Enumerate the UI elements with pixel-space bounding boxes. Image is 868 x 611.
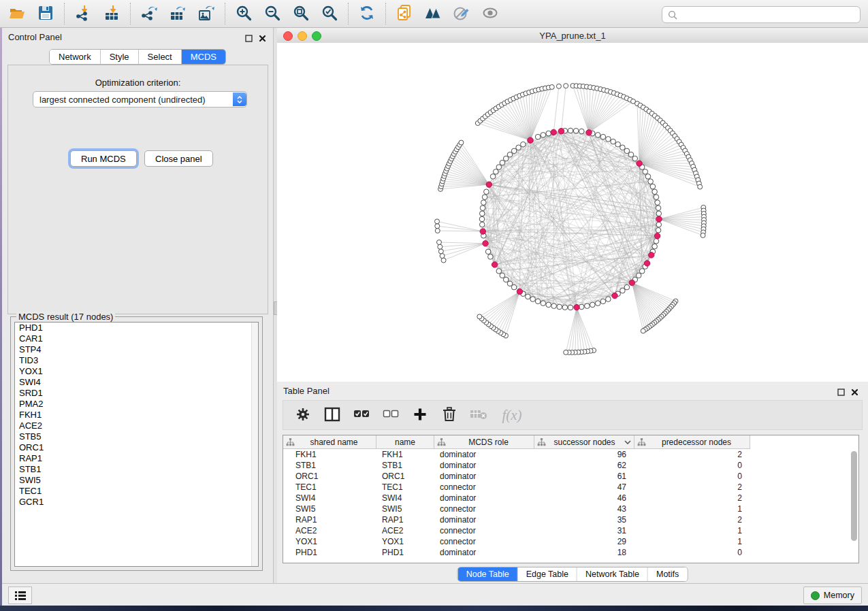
- mcds-network-node[interactable]: [480, 229, 485, 234]
- network-node[interactable]: [585, 303, 590, 309]
- show-hide-details-button[interactable]: [476, 2, 504, 25]
- table-row[interactable]: YOX1YOX1connector291: [283, 536, 858, 547]
- mcds-network-node[interactable]: [629, 280, 634, 285]
- mcds-network-node[interactable]: [586, 130, 592, 135]
- show-columns-button[interactable]: [321, 403, 344, 427]
- network-node[interactable]: [481, 200, 487, 205]
- network-node[interactable]: [535, 299, 541, 304]
- table-row[interactable]: STB1STB1dominator620: [283, 460, 858, 471]
- export-to-web-button[interactable]: [390, 2, 419, 25]
- network-node[interactable]: [600, 134, 606, 139]
- network-node[interactable]: [606, 137, 611, 142]
- network-node[interactable]: [615, 142, 621, 147]
- run-mcds-button[interactable]: Run MCDS: [70, 150, 137, 167]
- mcds-network-node[interactable]: [551, 129, 556, 135]
- mcds-network-node[interactable]: [656, 216, 662, 222]
- network-node[interactable]: [606, 297, 611, 302]
- network-canvas[interactable]: [277, 43, 868, 382]
- float-panel-icon[interactable]: [837, 386, 845, 399]
- column-header-successor-nodes[interactable]: successor nodes: [534, 435, 634, 449]
- network-node[interactable]: [546, 131, 551, 136]
- mcds-result-item[interactable]: SRD1: [15, 388, 258, 399]
- mcds-result-item[interactable]: STP4: [15, 344, 258, 355]
- network-node[interactable]: [488, 254, 494, 260]
- network-node[interactable]: [656, 222, 662, 227]
- column-header-predecessor-nodes[interactable]: predecessor nodes: [634, 435, 750, 449]
- network-node[interactable]: [503, 277, 509, 282]
- network-node[interactable]: [479, 216, 485, 222]
- mcds-result-item[interactable]: TID3: [15, 355, 258, 366]
- mcds-result-item[interactable]: ACE2: [15, 420, 258, 431]
- network-node[interactable]: [656, 211, 662, 216]
- network-node[interactable]: [573, 128, 579, 133]
- toggle-graphics-details-button[interactable]: [447, 2, 476, 25]
- network-node[interactable]: [579, 129, 584, 134]
- column-header-shared-name[interactable]: shared name: [283, 435, 376, 449]
- network-node[interactable]: [482, 195, 487, 200]
- zoom-out-button[interactable]: [258, 2, 287, 25]
- network-node[interactable]: [551, 303, 557, 309]
- network-node[interactable]: [535, 134, 541, 139]
- network-node[interactable]: [648, 179, 654, 184]
- network-leaf-node[interactable]: [564, 350, 568, 354]
- mcds-network-node[interactable]: [492, 262, 497, 267]
- network-leaf-node[interactable]: [438, 244, 443, 249]
- mcds-network-node[interactable]: [654, 233, 660, 239]
- deselect-all-rows-button[interactable]: [379, 403, 402, 427]
- network-node[interactable]: [503, 156, 509, 161]
- export-table-button[interactable]: [163, 2, 192, 25]
- tab-edge-table[interactable]: Edge Table: [518, 567, 577, 581]
- network-node[interactable]: [654, 239, 659, 244]
- tab-network[interactable]: Network: [50, 50, 101, 64]
- network-leaf-node[interactable]: [564, 84, 568, 88]
- network-node[interactable]: [632, 156, 638, 161]
- float-panel-icon[interactable]: [245, 33, 253, 45]
- mcds-network-node[interactable]: [637, 161, 642, 166]
- network-node[interactable]: [485, 249, 491, 254]
- mcds-result-item[interactable]: YOX1: [15, 366, 258, 377]
- network-node[interactable]: [595, 133, 600, 138]
- network-node[interactable]: [624, 148, 630, 154]
- network-node[interactable]: [620, 145, 626, 150]
- network-node[interactable]: [628, 152, 634, 157]
- table-row[interactable]: SWI5SWI5connector431: [283, 503, 858, 514]
- network-leaf-node[interactable]: [459, 140, 464, 145]
- network-node[interactable]: [493, 169, 498, 175]
- network-node[interactable]: [656, 227, 661, 233]
- network-node[interactable]: [530, 297, 536, 302]
- table-mode-gear-button[interactable]: [291, 403, 315, 427]
- network-leaf-node[interactable]: [556, 84, 561, 88]
- network-node[interactable]: [526, 294, 531, 299]
- network-node[interactable]: [636, 273, 641, 278]
- network-node[interactable]: [521, 142, 526, 147]
- column-header-MCDS-role[interactable]: MCDS role: [434, 435, 534, 449]
- network-node[interactable]: [600, 299, 606, 304]
- table-scrollbar[interactable]: [851, 451, 857, 541]
- mcds-network-node[interactable]: [517, 288, 522, 294]
- zoom-fit-button[interactable]: [287, 2, 315, 25]
- zoom-in-button[interactable]: [229, 2, 258, 25]
- table-row[interactable]: TEC1TEC1connector472: [283, 482, 858, 493]
- network-leaf-node[interactable]: [549, 84, 554, 89]
- mcds-network-node[interactable]: [558, 129, 564, 134]
- network-node[interactable]: [516, 145, 521, 150]
- network-node[interactable]: [652, 189, 658, 195]
- mcds-result-item[interactable]: CAR1: [15, 333, 258, 344]
- network-node[interactable]: [624, 284, 630, 290]
- table-row[interactable]: SWI4SWI4dominator462: [283, 493, 858, 503]
- network-leaf-node[interactable]: [435, 219, 440, 224]
- add-column-button[interactable]: [408, 403, 432, 427]
- network-node[interactable]: [480, 205, 485, 211]
- network-node[interactable]: [568, 128, 573, 133]
- select-all-rows-button[interactable]: [350, 403, 373, 427]
- export-network-button[interactable]: [135, 2, 163, 25]
- network-node[interactable]: [507, 152, 513, 157]
- network-node[interactable]: [511, 148, 517, 154]
- network-node[interactable]: [490, 174, 496, 180]
- function-builder-button[interactable]: f(x): [496, 403, 528, 427]
- network-node[interactable]: [541, 301, 546, 306]
- save-session-button[interactable]: [31, 2, 60, 25]
- tab-motifs[interactable]: Motifs: [648, 567, 687, 581]
- network-node[interactable]: [557, 304, 562, 310]
- mcds-result-item[interactable]: TEC1: [15, 486, 258, 497]
